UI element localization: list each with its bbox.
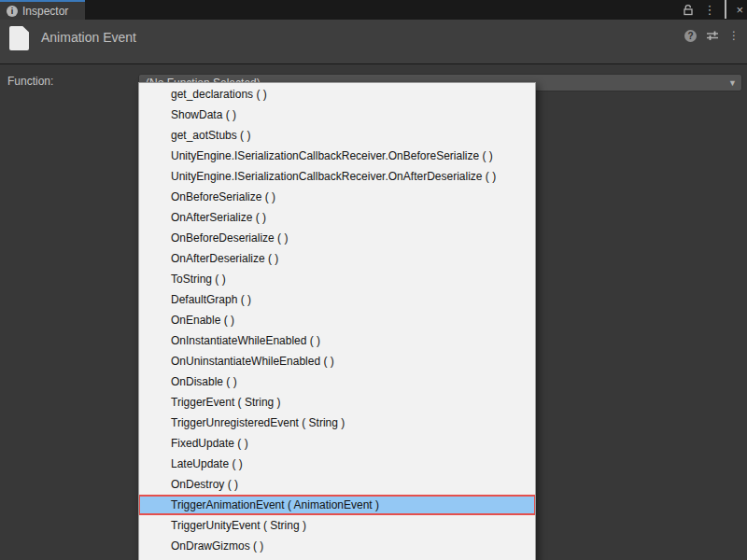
menu-item[interactable]: LateUpdate ( ) bbox=[139, 454, 535, 474]
menu-item-label: OnDisable ( ) bbox=[171, 375, 237, 388]
menu-item[interactable]: UnityEngine.ISerializationCallbackReceiv… bbox=[139, 146, 535, 166]
component-title: Animation Event bbox=[41, 25, 136, 49]
menu-item[interactable]: OnDestroy ( ) bbox=[139, 474, 535, 495]
function-menu: get_declarations ( ) ShowData ( ) get_ao… bbox=[138, 82, 536, 560]
menu-item-label: OnEnable ( ) bbox=[171, 314, 234, 327]
header-icons: ? ⋮ bbox=[684, 26, 740, 45]
menu-item[interactable]: OnEnable ( ) bbox=[139, 310, 535, 330]
menu-item[interactable]: TriggerAnimationEvent ( AnimationEvent ) bbox=[138, 495, 536, 515]
menu-item[interactable]: OnInstantiateWhileEnabled ( ) bbox=[139, 330, 535, 351]
tab-bar: i Inspector ⋮ × bbox=[0, 0, 747, 20]
window-menu-icon[interactable]: ⋮ bbox=[703, 4, 715, 16]
inspector-window: i Inspector ⋮ × Animation Event ? bbox=[0, 0, 747, 560]
help-icon[interactable]: ? bbox=[684, 30, 697, 42]
menu-item-label: OnInstantiateWhileEnabled ( ) bbox=[171, 334, 320, 347]
menu-item[interactable]: UnityEngine.ISerializationCallbackReceiv… bbox=[139, 166, 535, 187]
presets-icon[interactable] bbox=[706, 30, 719, 41]
menu-item[interactable]: OnBeforeSerialize ( ) bbox=[139, 187, 535, 207]
menu-item-label: OnAfterSerialize ( ) bbox=[171, 211, 266, 224]
menu-item[interactable]: DefaultGraph ( ) bbox=[139, 289, 535, 310]
menu-item-label: TriggerAnimationEvent ( AnimationEvent ) bbox=[171, 498, 379, 511]
menu-item[interactable]: ToString ( ) bbox=[139, 269, 535, 289]
window-controls: ⋮ × bbox=[683, 0, 743, 20]
menu-item-label: OnDrawGizmos ( ) bbox=[171, 539, 263, 553]
menu-item-label: get_declarations ( ) bbox=[171, 88, 267, 101]
menu-item-label: TriggerUnityEvent ( String ) bbox=[171, 519, 306, 532]
unlock-icon[interactable] bbox=[683, 4, 694, 16]
context-menu-icon[interactable]: ⋮ bbox=[728, 29, 740, 42]
close-icon[interactable]: × bbox=[736, 4, 743, 16]
menu-item[interactable]: get_aotStubs ( ) bbox=[139, 125, 535, 146]
menu-item-label: TriggerEvent ( String ) bbox=[171, 396, 281, 409]
function-label: Function: bbox=[7, 75, 53, 88]
menu-item[interactable]: TriggerUnregisteredEvent ( String ) bbox=[139, 413, 535, 433]
tab-label: Inspector bbox=[22, 5, 68, 18]
menu-item-label: LateUpdate ( ) bbox=[171, 457, 243, 470]
menu-item[interactable]: OnDisable ( ) bbox=[139, 371, 535, 392]
menu-item[interactable]: OnBeforeDeserialize ( ) bbox=[139, 228, 535, 248]
menu-item-label: FixedUpdate ( ) bbox=[171, 437, 248, 450]
menu-item[interactable]: OnAfterSerialize ( ) bbox=[139, 207, 535, 228]
menu-item-label: ShowData ( ) bbox=[171, 108, 236, 121]
menu-item[interactable]: OnDrawGizmos ( ) bbox=[139, 536, 535, 556]
component-header: Animation Event ? ⋮ bbox=[0, 20, 747, 64]
menu-item-label: OnBeforeSerialize ( ) bbox=[171, 190, 275, 203]
menu-item-label: DefaultGraph ( ) bbox=[171, 293, 251, 306]
menu-item-label: OnUninstantiateWhileEnabled ( ) bbox=[171, 355, 334, 368]
menu-item[interactable]: TriggerUnityEvent ( String ) bbox=[139, 515, 535, 536]
menu-item-label: ToString ( ) bbox=[171, 273, 226, 286]
script-asset-icon bbox=[9, 26, 29, 50]
menu-item-label: UnityEngine.ISerializationCallbackReceiv… bbox=[171, 149, 493, 162]
menu-item-label: OnAfterDeserialize ( ) bbox=[171, 252, 278, 265]
menu-item-label: OnDestroy ( ) bbox=[171, 478, 238, 491]
menu-item-label: UnityEngine.ISerializationCallbackReceiv… bbox=[171, 170, 496, 183]
menu-item[interactable]: get_declarations ( ) bbox=[139, 84, 535, 105]
menu-item[interactable]: TriggerEvent ( String ) bbox=[139, 392, 535, 413]
menu-item-label: OnBeforeDeserialize ( ) bbox=[171, 231, 288, 245]
menu-item-label: get_aotStubs ( ) bbox=[171, 129, 250, 142]
info-icon: i bbox=[7, 6, 18, 17]
chevron-down-icon: ▼ bbox=[728, 78, 737, 88]
menu-item[interactable]: ShowData ( ) bbox=[139, 105, 535, 125]
tab-inspector[interactable]: i Inspector bbox=[0, 0, 85, 20]
menu-item-label: TriggerUnregisteredEvent ( String ) bbox=[171, 416, 345, 429]
menu-item[interactable]: OnUninstantiateWhileEnabled ( ) bbox=[139, 351, 535, 371]
maximize-icon[interactable] bbox=[725, 2, 726, 19]
menu-item[interactable]: OnAfterDeserialize ( ) bbox=[139, 248, 535, 269]
menu-item[interactable]: FixedUpdate ( ) bbox=[139, 433, 535, 454]
